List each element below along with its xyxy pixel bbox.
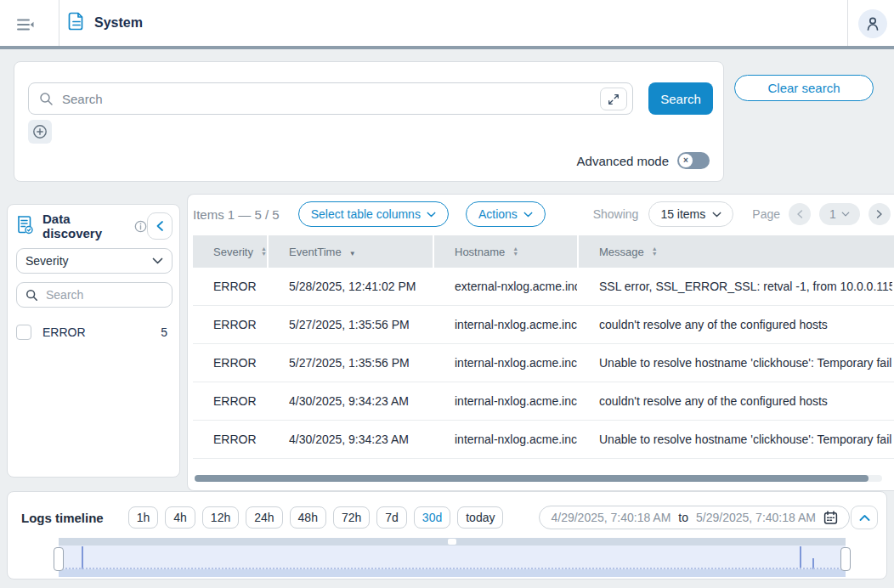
scrollbar-thumb[interactable] xyxy=(195,475,869,482)
cell-severity: ERROR xyxy=(193,421,267,458)
sort-icon[interactable]: ▼ xyxy=(349,246,356,257)
table-row[interactable]: ERROR 5/27/2025, 1:35:56 PM internal-nxl… xyxy=(193,306,894,344)
select-columns-label: Select table columns xyxy=(311,207,421,221)
rail-drag-handle[interactable] xyxy=(448,539,456,545)
cell-hostname: internal-nxlog.acme.inc xyxy=(434,344,577,382)
sort-icon[interactable]: ▲▼ xyxy=(261,246,267,257)
logs-timeline-title: Logs timeline xyxy=(21,511,104,525)
chevron-down-icon xyxy=(152,257,163,264)
cell-severity: ERROR xyxy=(193,344,267,382)
facet-count: 5 xyxy=(161,325,167,339)
select-columns-button[interactable]: Select table columns xyxy=(298,201,449,227)
facet-checkbox[interactable] xyxy=(16,325,31,340)
cell-hostname: internal-nxlog.acme.inc xyxy=(434,421,577,458)
chevron-right-icon xyxy=(876,209,883,219)
range-button-30d[interactable]: 30d xyxy=(414,506,450,529)
brush-handle-right[interactable] xyxy=(840,547,851,571)
column-label: Message xyxy=(599,246,644,258)
clear-search-button[interactable]: Clear search xyxy=(734,75,874,101)
range-button-12h[interactable]: 12h xyxy=(202,506,239,529)
add-condition-button[interactable] xyxy=(28,120,52,144)
search-panel: Search Advanced mode × xyxy=(14,61,724,182)
range-button-1h[interactable]: 1h xyxy=(128,506,159,529)
collapse-timeline-button[interactable] xyxy=(851,506,878,529)
sort-icon[interactable]: ▲▼ xyxy=(652,246,658,257)
page-label: Page xyxy=(752,207,780,221)
app-header: System xyxy=(0,0,894,49)
prev-page-button[interactable] xyxy=(789,203,811,225)
range-button-72h[interactable]: 72h xyxy=(333,506,370,529)
range-button-today[interactable]: today xyxy=(457,506,503,529)
search-input[interactable] xyxy=(62,92,595,106)
sort-icon[interactable]: ▲▼ xyxy=(512,246,518,257)
table-toolbar: Items 1 — 5 / 5 Select table columns Act… xyxy=(193,201,891,227)
timeline-spike xyxy=(800,546,801,569)
cell-eventtime: 5/27/2025, 1:35:56 PM xyxy=(269,306,433,343)
document-icon xyxy=(68,11,85,35)
column-label: Severity xyxy=(213,246,253,258)
actions-button[interactable]: Actions xyxy=(466,201,546,227)
cell-eventtime: 5/27/2025, 1:35:56 PM xyxy=(269,344,433,382)
column-label: EventTime xyxy=(289,246,342,258)
range-button-48h[interactable]: 48h xyxy=(290,506,326,529)
cell-eventtime: 5/28/2025, 12:41:02 PM xyxy=(269,268,433,305)
collapse-panel-button[interactable] xyxy=(147,212,173,240)
column-label: Hostname xyxy=(455,246,505,258)
page-number-dropdown[interactable]: 1 xyxy=(819,203,860,225)
cell-eventtime: 4/30/2025, 9:34:23 AM xyxy=(269,382,433,420)
table-row[interactable]: ERROR 4/30/2025, 9:34:23 AM internal-nxl… xyxy=(193,382,894,421)
chevron-up-icon xyxy=(859,514,870,522)
data-discovery-panel: Data discovery Severity ERROR 5 xyxy=(7,204,180,478)
timeline-rail[interactable] xyxy=(59,538,846,546)
date-range-picker[interactable]: 4/29/2025, 7:40:18 AM to 5/29/2025, 7:40… xyxy=(539,506,849,529)
header-divider-left xyxy=(59,0,59,46)
user-avatar[interactable] xyxy=(858,9,887,38)
info-icon[interactable] xyxy=(134,220,147,233)
search-button[interactable]: Search xyxy=(648,82,713,115)
timeline-spike xyxy=(82,546,83,569)
facet-label: ERROR xyxy=(42,325,86,339)
advanced-mode-label: Advanced mode xyxy=(577,154,669,168)
column-header-hostname[interactable]: Hostname ▲▼ xyxy=(434,235,577,268)
range-button-7d[interactable]: 7d xyxy=(376,506,407,529)
actions-label: Actions xyxy=(478,207,518,221)
brush-handle-left[interactable] xyxy=(54,547,64,571)
range-button-4h[interactable]: 4h xyxy=(165,506,195,529)
toggle-knob: × xyxy=(679,154,693,167)
menu-open-icon[interactable] xyxy=(14,14,37,36)
expand-search-button[interactable] xyxy=(600,88,627,110)
cell-hostname: internal-nxlog.acme.inc xyxy=(434,382,577,420)
cell-message: SSL error, SSL_ERROR_SSL: retval -1, fro… xyxy=(579,268,892,305)
range-button-24h[interactable]: 24h xyxy=(246,506,282,529)
chevron-down-icon xyxy=(523,212,533,218)
page-size-value: 15 items xyxy=(660,207,705,221)
search-icon xyxy=(25,289,38,302)
chevron-down-icon xyxy=(427,212,436,218)
chevron-down-icon xyxy=(841,212,850,217)
header-divider-right xyxy=(847,0,848,46)
table-row[interactable]: ERROR 4/30/2025, 9:34:23 AM internal-nxl… xyxy=(193,421,894,459)
logs-timeline-panel: Logs timeline 1h 4h 12h 24h 48h 72h 7d 3… xyxy=(7,491,887,580)
page-title: System xyxy=(94,15,143,31)
field-selector-dropdown[interactable]: Severity xyxy=(16,248,173,274)
cell-message: couldn't resolve any of the configured h… xyxy=(579,306,892,343)
cell-hostname: internal-nxlog.acme.inc xyxy=(434,306,577,343)
table-row[interactable]: ERROR 5/27/2025, 1:35:56 PM internal-nxl… xyxy=(193,344,894,382)
column-header-eventtime[interactable]: EventTime ▼ xyxy=(269,235,433,268)
facet-row-error[interactable]: ERROR 5 xyxy=(16,324,167,341)
column-header-message[interactable]: Message ▲▼ xyxy=(579,235,894,268)
timeline-plot[interactable] xyxy=(59,546,846,569)
column-header-severity[interactable]: Severity ▲▼ xyxy=(193,235,267,268)
timeline-chart[interactable] xyxy=(59,538,846,579)
next-page-button[interactable] xyxy=(869,203,891,225)
search-field-wrap xyxy=(28,82,633,115)
facet-search-input[interactable] xyxy=(46,288,139,302)
advanced-mode-toggle[interactable]: × xyxy=(677,152,710,169)
page-size-dropdown[interactable]: 15 items xyxy=(648,201,733,227)
date-to-label: to xyxy=(678,511,688,524)
add-icon xyxy=(32,124,48,139)
table-row[interactable]: ERROR 5/28/2025, 12:41:02 PM external-nx… xyxy=(193,268,894,306)
horizontal-scrollbar xyxy=(195,475,882,482)
chevron-left-icon xyxy=(156,220,164,232)
table-body: ERROR 5/28/2025, 12:41:02 PM external-nx… xyxy=(193,268,894,459)
